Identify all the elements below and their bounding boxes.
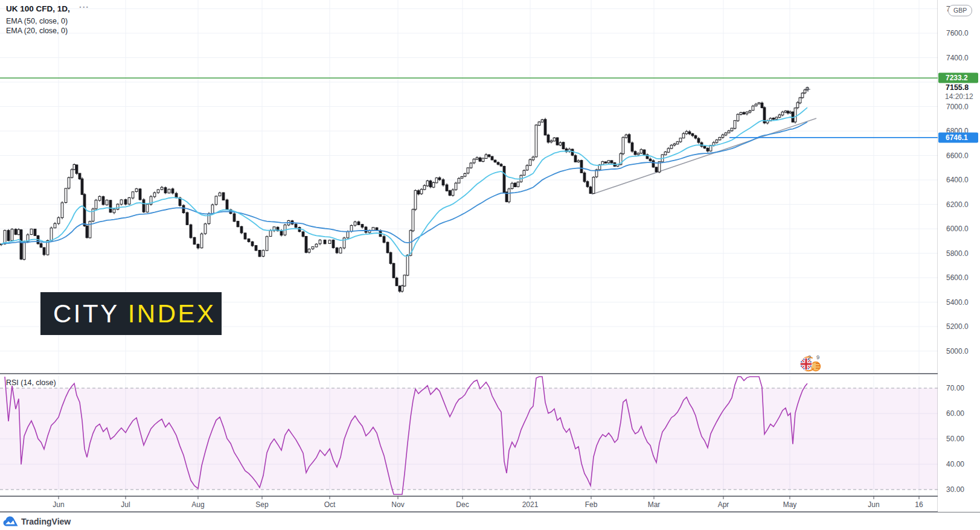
time-tick-label: Mar (648, 500, 661, 509)
indicator-label-ema20[interactable]: EMA (20, close, 0) (6, 27, 68, 35)
ema20-line (1, 107, 807, 256)
time-tick-label: Jun (53, 500, 64, 509)
time-tick-label: Oct (324, 500, 336, 509)
time-tick-label: 2021 (522, 500, 539, 509)
city-index-word-city: CITY (53, 301, 120, 327)
city-index-watermark: CITY INDEX (40, 292, 222, 335)
price-tick-label: 6200.0 (946, 200, 969, 209)
time-tick-label: Jun (868, 500, 879, 509)
price-level-badge: 6746.1 (938, 132, 978, 142)
event-count-label: 2 9 (808, 354, 821, 360)
time-tick-label: Nov (391, 500, 404, 509)
time-tick-label: Jul (121, 500, 130, 509)
tradingview-wordmark: TradingView (21, 517, 71, 526)
price-tick-label: 5200.0 (946, 322, 969, 331)
currency-toggle-button[interactable]: GBP (948, 5, 972, 16)
price-tick-label: 6400.0 (946, 176, 969, 184)
trendline (592, 118, 816, 194)
price-tick-label: 6600.0 (946, 152, 969, 160)
price-chart-canvas[interactable] (0, 0, 980, 530)
price-tick-label: 5400.0 (946, 298, 969, 307)
price-tick-label: 7400.0 (946, 54, 969, 62)
candlestick-series (0, 87, 809, 293)
price-tick-label: 5600.0 (946, 273, 969, 282)
price-tick-label: 5000.0 (946, 347, 969, 356)
economic-event-flag-icon[interactable]: 2 9 (798, 356, 824, 374)
time-tick-label: Feb (585, 500, 598, 509)
price-tick-label: 6000.0 (946, 225, 969, 233)
last-price-label: 7155.8 (946, 83, 969, 92)
symbol-title[interactable]: UK 100 CFD, 1D, (6, 4, 70, 13)
time-tick-label: Apr (718, 500, 729, 509)
indicator-label-rsi[interactable]: RSI (14, close) (6, 378, 56, 387)
rsi-tick-label: 60.00 (946, 409, 964, 418)
price-axis[interactable]: 7800.07600.07400.07000.06800.06600.06400… (938, 0, 980, 512)
time-axis[interactable]: JunJulAugSepOctNovDec2021FebMarAprMayJun… (0, 496, 938, 512)
ema50-line (1, 122, 807, 244)
legend-more-icon[interactable]: ··· (79, 2, 89, 12)
rsi-band (0, 388, 938, 490)
time-tick-label: Sep (255, 500, 268, 509)
time-tick-label: May (783, 500, 797, 509)
indicator-label-ema50[interactable]: EMA (50, close, 0) (6, 17, 68, 25)
tradingview-cloud-icon (3, 516, 18, 526)
time-tick-label: 16 (915, 500, 923, 509)
rsi-tick-label: 30.00 (946, 485, 964, 494)
bar-countdown-label: 14:20:12 (945, 92, 973, 101)
trading-chart-app: UK 100 CFD, 1D, ··· EMA (50, close, 0) E… (0, 0, 980, 530)
rsi-tick-label: 40.00 (946, 460, 964, 468)
time-tick-label: Dec (456, 500, 469, 509)
price-level-badge: 7233.2 (938, 73, 978, 83)
rsi-tick-label: 70.00 (946, 384, 964, 392)
rsi-tick-label: 50.00 (946, 435, 964, 443)
price-tick-label: 7000.0 (946, 103, 969, 111)
tradingview-logo[interactable]: TradingView (3, 516, 71, 526)
city-index-word-index: INDEX (128, 301, 216, 327)
price-tick-label: 5800.0 (946, 249, 969, 258)
price-tick-label: 7600.0 (946, 29, 969, 37)
time-tick-label: Aug (191, 500, 204, 509)
